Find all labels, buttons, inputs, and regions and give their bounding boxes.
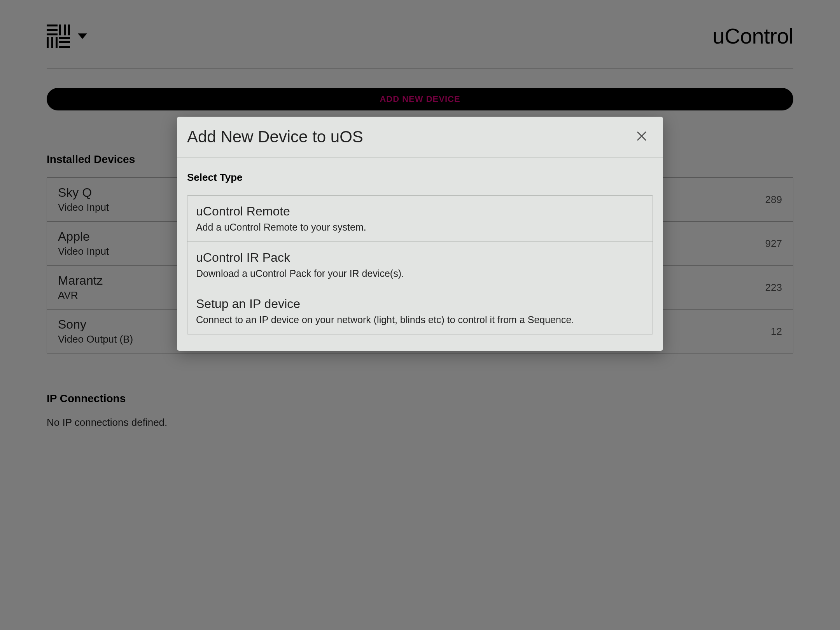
- option-setup-ip-device[interactable]: Setup an IP device Connect to an IP devi…: [187, 288, 653, 334]
- device-type-list: uControl Remote Add a uControl Remote to…: [187, 195, 653, 334]
- option-ucontrol-remote[interactable]: uControl Remote Add a uControl Remote to…: [187, 196, 653, 242]
- close-icon[interactable]: [633, 128, 651, 146]
- option-title: Setup an IP device: [196, 297, 644, 311]
- option-desc: Connect to an IP device on your network …: [196, 314, 644, 326]
- modal-title: Add New Device to uOS: [187, 128, 363, 146]
- option-title: uControl IR Pack: [196, 250, 644, 265]
- select-type-label: Select Type: [187, 172, 653, 184]
- option-title: uControl Remote: [196, 204, 644, 219]
- modal-header: Add New Device to uOS: [177, 117, 663, 158]
- modal-overlay[interactable]: Add New Device to uOS Select Type uContr…: [0, 0, 840, 630]
- option-desc: Download a uControl Pack for your IR dev…: [196, 268, 644, 279]
- add-device-modal: Add New Device to uOS Select Type uContr…: [177, 117, 663, 351]
- option-desc: Add a uControl Remote to your system.: [196, 222, 644, 233]
- option-ucontrol-ir-pack[interactable]: uControl IR Pack Download a uControl Pac…: [187, 242, 653, 288]
